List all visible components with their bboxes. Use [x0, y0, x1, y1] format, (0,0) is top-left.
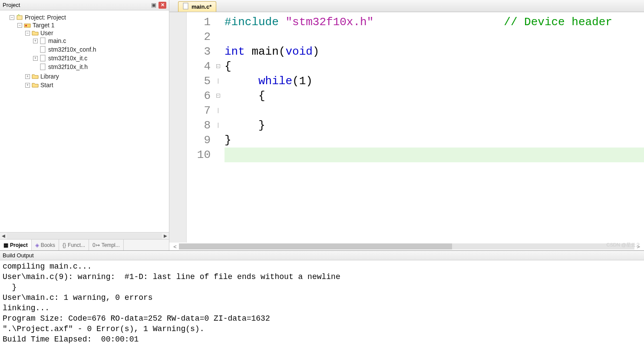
panel-tab-functions[interactable]: {}Funct...: [59, 240, 89, 250]
fold-toggle-icon[interactable]: −: [216, 94, 220, 98]
folder-open-icon: [32, 30, 39, 36]
tree-file[interactable]: +stm32f10x_it.c: [33, 55, 167, 62]
file-icon: [40, 63, 46, 70]
tree-target[interactable]: − Target 1: [17, 22, 167, 29]
code-token: (1): [292, 75, 313, 88]
file-icon: [40, 46, 46, 53]
file-label: stm32f10x_it.h: [48, 63, 88, 70]
svg-rect-7: [183, 3, 188, 9]
expand-icon[interactable]: +: [25, 83, 30, 88]
scroll-track[interactable]: [7, 233, 162, 239]
code-token: // Device header: [504, 16, 612, 29]
tree-hscrollbar[interactable]: ◄ ►: [0, 232, 169, 239]
svg-rect-3: [40, 38, 45, 44]
tree-root[interactable]: − Project: Project: [10, 14, 167, 21]
code-token: "stm32f10x.h": [285, 16, 373, 29]
code-token: void: [285, 45, 312, 58]
gutter-margin: [169, 12, 187, 243]
tree-file[interactable]: stm32f10x_conf.h: [33, 46, 167, 53]
build-output-text[interactable]: compiling main.c...User\main.c(9): warni…: [0, 260, 644, 348]
code-token: #include: [225, 16, 279, 29]
code-token: {: [225, 60, 231, 73]
templates-tab-icon: 0↣: [92, 242, 100, 248]
fold-toggle-icon[interactable]: −: [216, 64, 220, 68]
build-line: ".\Project.axf" - 0 Error(s), 1 Warning(…: [3, 324, 641, 334]
books-tab-icon: ◈: [35, 242, 39, 248]
code-editor[interactable]: 12345678910 − │ − ││ #include "stm32f10x…: [169, 12, 644, 243]
pin-icon[interactable]: ▣: [150, 2, 158, 9]
expand-icon[interactable]: +: [25, 74, 30, 79]
project-tab-icon: ▦: [3, 242, 8, 248]
build-line: compiling main.c...: [3, 261, 641, 272]
fold-gutter[interactable]: − │ − ││: [215, 12, 221, 243]
file-icon: [183, 3, 189, 11]
expand-icon[interactable]: +: [33, 56, 38, 61]
scroll-right-icon[interactable]: ►: [162, 233, 169, 239]
code-content[interactable]: #include "stm32f10x.h"// Device header i…: [221, 12, 644, 243]
panel-tab-project[interactable]: ▦Project: [0, 239, 32, 250]
editor-tab-main-c[interactable]: main.c*: [178, 1, 216, 12]
build-line: User\main.c(9): warning: #1-D: last line…: [3, 272, 641, 282]
file-icon: [40, 37, 46, 44]
watermark: CSDN @星云之: [607, 242, 641, 248]
scroll-track[interactable]: [179, 243, 634, 250]
file-label: stm32f10x_it.c: [48, 55, 87, 62]
tree-folder-start[interactable]: + Start: [25, 82, 167, 89]
build-output-title: Build Output: [3, 252, 34, 259]
scroll-left-icon[interactable]: <: [172, 243, 178, 250]
project-panel-title: Project: [3, 2, 149, 8]
collapse-icon[interactable]: −: [17, 23, 22, 28]
project-icon: [16, 14, 23, 21]
svg-rect-6: [40, 64, 45, 70]
panel-tab-templates[interactable]: 0↣Templ...: [89, 240, 124, 250]
editor-tab-label: main.c*: [192, 3, 211, 10]
editor-hscrollbar[interactable]: < >: [169, 243, 644, 250]
functions-tab-icon: {}: [63, 242, 66, 248]
code-token: {: [225, 89, 265, 102]
build-line: linking...: [3, 303, 641, 313]
svg-point-2: [25, 25, 27, 26]
target-icon: [24, 22, 31, 29]
project-tree[interactable]: − Project: Project − Target 1: [0, 10, 169, 232]
tree-file[interactable]: +main.c: [33, 37, 167, 44]
editor-tabstrip: main.c*: [169, 0, 644, 12]
tree-folder-library[interactable]: + Library: [25, 73, 167, 80]
build-line: Build Time Elapsed: 00:00:01: [3, 334, 641, 345]
folder-label: Library: [40, 73, 59, 80]
folder-label: User: [40, 30, 53, 36]
editor-area: main.c* 12345678910 − │ − ││ #include "s…: [169, 0, 644, 250]
scroll-left-icon[interactable]: ◄: [0, 233, 7, 239]
build-output-panel: Build Output compiling main.c...User\mai…: [0, 250, 644, 348]
code-token: while: [258, 75, 292, 88]
project-panel-tabs: ▦Project ◈Books {}Funct... 0↣Templ...: [0, 239, 169, 250]
svg-rect-0: [17, 16, 22, 20]
current-line-highlight: [225, 148, 644, 162]
code-token: }: [225, 134, 231, 147]
tab-label: Books: [41, 242, 55, 248]
project-panel: Project ▣ ✕ − Project: Project −: [0, 0, 169, 250]
tab-label: Funct...: [68, 242, 85, 248]
svg-rect-4: [40, 46, 45, 53]
code-token: [225, 75, 258, 88]
tree-root-label: Project: Project: [25, 14, 66, 21]
code-token: }: [225, 119, 265, 132]
file-label: stm32f10x_conf.h: [48, 46, 96, 53]
collapse-icon[interactable]: −: [25, 31, 30, 36]
scroll-thumb[interactable]: [179, 243, 452, 250]
tab-label: Templ...: [102, 242, 120, 248]
file-label: main.c: [48, 37, 66, 44]
collapse-icon[interactable]: −: [10, 15, 14, 20]
panel-tab-books[interactable]: ◈Books: [32, 240, 59, 250]
close-icon[interactable]: ✕: [159, 2, 166, 9]
build-line: Program Size: Code=676 RO-data=252 RW-da…: [3, 313, 641, 324]
build-line: }: [3, 282, 641, 292]
file-icon: [40, 55, 46, 62]
tree-file[interactable]: stm32f10x_it.h: [33, 63, 167, 70]
folder-icon: [32, 82, 39, 89]
expand-icon[interactable]: +: [33, 39, 38, 43]
folder-label: Start: [40, 82, 53, 89]
code-token: main(: [245, 45, 286, 58]
tree-target-label: Target 1: [33, 22, 55, 29]
folder-icon: [32, 73, 39, 80]
tree-folder-user[interactable]: − User: [25, 30, 167, 36]
